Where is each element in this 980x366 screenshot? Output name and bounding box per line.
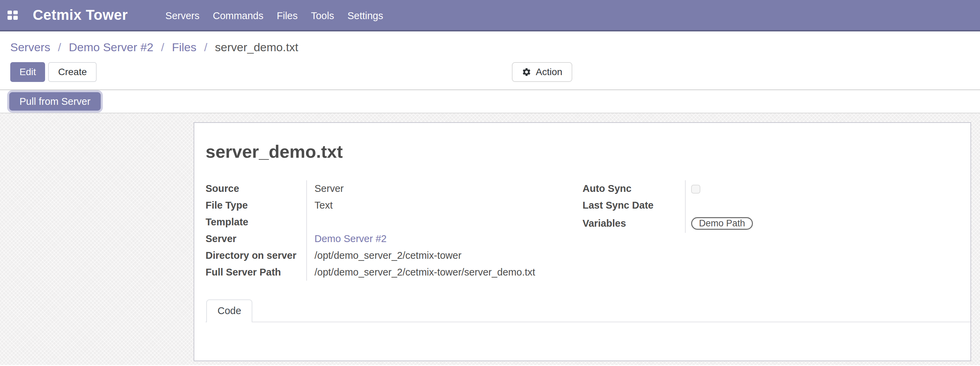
pull-from-server-button[interactable]: Pull from Server bbox=[9, 92, 101, 111]
field-value: /opt/demo_server_2/cetmix-tower bbox=[307, 250, 461, 261]
menu-item-files[interactable]: Files bbox=[277, 10, 298, 21]
control-buttons-row: Edit Create Action bbox=[10, 62, 980, 82]
field-label: Variables bbox=[582, 214, 686, 233]
apps-grid-square bbox=[13, 16, 18, 20]
breadcrumb-link-demo-server[interactable]: Demo Server #2 bbox=[69, 41, 154, 54]
field-group-left: Source Server File Type Text Template Se… bbox=[205, 180, 582, 281]
edit-button[interactable]: Edit bbox=[10, 62, 45, 82]
field-label: Auto Sync bbox=[582, 180, 686, 197]
field-row-server: Server Demo Server #2 bbox=[205, 231, 582, 247]
field-label: File Type bbox=[205, 197, 307, 214]
field-value: Demo Path bbox=[686, 217, 753, 230]
menu-item-settings[interactable]: Settings bbox=[347, 10, 383, 21]
breadcrumb-link-servers[interactable]: Servers bbox=[10, 41, 50, 54]
field-row-template: Template bbox=[205, 214, 582, 231]
gear-icon bbox=[522, 67, 531, 77]
field-row-last-sync-date: Last Sync Date bbox=[582, 197, 957, 214]
breadcrumb-separator: / bbox=[204, 41, 207, 54]
field-row-directory: Directory on server /opt/demo_server_2/c… bbox=[205, 247, 582, 264]
brand-title[interactable]: Cetmix Tower bbox=[33, 7, 128, 23]
variable-tag[interactable]: Demo Path bbox=[691, 217, 753, 230]
field-groups: Source Server File Type Text Template Se… bbox=[205, 180, 957, 281]
menu-item-servers[interactable]: Servers bbox=[165, 10, 199, 21]
field-label: Directory on server bbox=[205, 247, 307, 264]
form-sheet: server_demo.txt Source Server File Type … bbox=[194, 122, 971, 361]
field-row-variables: Variables Demo Path bbox=[582, 214, 957, 233]
breadcrumb: Servers / Demo Server #2 / Files / serve… bbox=[10, 32, 980, 54]
apps-grid-square bbox=[13, 11, 18, 15]
field-value: Text bbox=[307, 200, 332, 211]
server-link[interactable]: Demo Server #2 bbox=[315, 233, 387, 244]
auto-sync-checkbox[interactable] bbox=[691, 185, 700, 194]
field-label: Source bbox=[205, 180, 307, 197]
top-navbar: Cetmix Tower Servers Commands Files Tool… bbox=[0, 0, 980, 32]
field-row-auto-sync: Auto Sync bbox=[582, 180, 957, 197]
apps-grid-square bbox=[8, 11, 12, 15]
statusbar: Pull from Server bbox=[0, 89, 980, 113]
breadcrumb-link-files[interactable]: Files bbox=[172, 41, 196, 54]
field-label: Template bbox=[205, 214, 307, 231]
apps-grid-icon[interactable] bbox=[8, 11, 18, 20]
breadcrumb-separator: / bbox=[161, 41, 164, 54]
breadcrumb-current: server_demo.txt bbox=[215, 41, 298, 54]
action-button[interactable]: Action bbox=[512, 62, 572, 82]
field-row-source: Source Server bbox=[205, 180, 582, 197]
form-view-background: server_demo.txt Source Server File Type … bbox=[0, 113, 980, 365]
apps-grid-square bbox=[8, 16, 12, 20]
field-row-file-type: File Type Text bbox=[205, 197, 582, 214]
record-title: server_demo.txt bbox=[205, 142, 957, 162]
field-value bbox=[686, 184, 700, 194]
control-panel: Servers / Demo Server #2 / Files / serve… bbox=[0, 32, 980, 82]
field-label: Last Sync Date bbox=[582, 197, 686, 214]
field-label: Server bbox=[205, 231, 307, 247]
field-value: /opt/demo_server_2/cetmix-tower/server_d… bbox=[307, 267, 535, 278]
tab-strip-line bbox=[205, 321, 970, 322]
action-button-label: Action bbox=[536, 67, 562, 78]
field-row-full-path: Full Server Path /opt/demo_server_2/cetm… bbox=[205, 264, 582, 281]
tab-code[interactable]: Code bbox=[206, 299, 252, 322]
notebook: Code bbox=[205, 299, 957, 323]
field-value: Server bbox=[307, 183, 344, 194]
field-group-right: Auto Sync Last Sync Date Variables Demo … bbox=[582, 180, 957, 281]
breadcrumb-separator: / bbox=[58, 41, 61, 54]
menu-item-tools[interactable]: Tools bbox=[311, 10, 334, 21]
field-label: Full Server Path bbox=[205, 264, 307, 281]
menu-item-commands[interactable]: Commands bbox=[213, 10, 263, 21]
main-menu: Servers Commands Files Tools Settings bbox=[165, 10, 383, 22]
field-value: Demo Server #2 bbox=[307, 233, 387, 245]
create-button[interactable]: Create bbox=[48, 62, 97, 82]
